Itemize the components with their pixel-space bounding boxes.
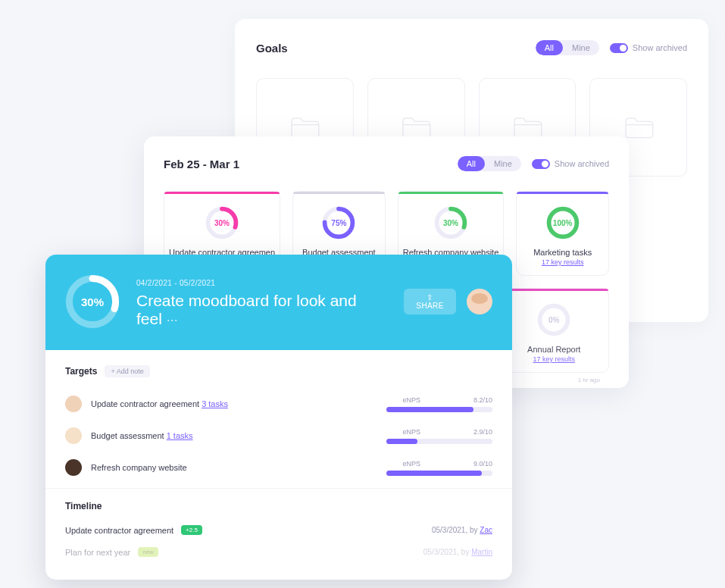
metric-label: eNPS — [402, 460, 420, 468]
target-tasks-link[interactable]: 3 tasks — [202, 399, 228, 408]
show-archived-toggle[interactable]: Show archived — [610, 43, 687, 53]
filter-all[interactable]: All — [536, 40, 563, 55]
timeline-badge: new — [138, 547, 158, 557]
more-icon[interactable]: ··· — [167, 312, 178, 327]
folder-icon — [623, 114, 655, 140]
goal-ring: 75% — [321, 205, 356, 240]
goal-pct: 30% — [205, 205, 239, 240]
goal-pct: 30% — [433, 205, 468, 240]
share-button[interactable]: ⇪ SHARE — [404, 289, 456, 314]
metric-label: eNPS — [402, 396, 420, 404]
show-archived-label: Show archived — [633, 43, 687, 52]
timeline-meta: 05/3/2021, by Zac — [432, 526, 492, 534]
timeline-author-link[interactable]: Martin — [471, 548, 492, 556]
timeline-header: Timeline — [65, 501, 492, 511]
filter-all[interactable]: All — [458, 156, 485, 171]
share-icon: ⇪ — [427, 293, 433, 302]
target-row: Budget assessment 1 tasks eNPS 2.9/10 — [65, 420, 492, 452]
metric-bar — [386, 471, 492, 476]
goal-tile[interactable]: 0% Annual Report 17 key results — [499, 288, 610, 373]
metric-score: 8.2/10 — [473, 396, 492, 404]
goals-title: Goals — [256, 42, 288, 55]
timeline-row: Plan for next year new 05/3/2021, by Mar… — [65, 541, 492, 563]
goal-ring: 30% — [433, 205, 468, 240]
goal-dates: 04/2/2021 - 05/2/2021 — [136, 279, 215, 287]
goal-pct: 100% — [545, 205, 580, 240]
row-timestamp: 1 hr ago — [578, 377, 600, 383]
target-name: Budget assessment 1 tasks — [91, 431, 193, 440]
goal-sub[interactable]: 17 key results — [521, 258, 604, 266]
goal-ring: 0% — [536, 302, 571, 337]
goal-tile[interactable]: 100% Marketing tasks 17 key results — [516, 191, 609, 276]
owner-avatar[interactable] — [467, 289, 492, 314]
timeline-text: Plan for next year — [65, 548, 130, 557]
goal-ring: 100% — [545, 205, 580, 240]
timeline-author-link[interactable]: Zac — [480, 526, 492, 534]
timeline-meta: 05/3/2021, by Martin — [423, 548, 492, 556]
target-tasks-link[interactable]: 1 tasks — [167, 431, 193, 440]
filter-mine[interactable]: Mine — [563, 40, 599, 55]
period-title: Feb 25 - Mar 1 — [164, 158, 239, 170]
goal-name: Marketing tasks — [521, 248, 604, 257]
assignee-avatar[interactable] — [65, 396, 82, 412]
metric-score: 2.9/10 — [473, 428, 492, 436]
show-archived-label: Show archived — [555, 159, 609, 168]
goal-progress-ring: 30% — [65, 274, 120, 329]
show-archived-toggle[interactable]: Show archived — [532, 159, 609, 169]
timeline-row: Update contractor agreement +2.5 05/3/20… — [65, 519, 492, 541]
target-row: Refresh company website eNPS 9.0/10 — [65, 452, 492, 483]
metric-bar — [386, 407, 492, 412]
timeline-badge: +2.5 — [181, 525, 202, 535]
goal-title: Create moodboard for look and feel··· — [136, 292, 387, 328]
target-name: Refresh company website — [91, 463, 187, 472]
period-filter-pill[interactable]: All Mine — [458, 156, 521, 171]
timeline-text: Update contractor agreement — [65, 526, 173, 535]
goal-pct: 75% — [321, 205, 356, 240]
goal-ring: 30% — [205, 205, 239, 240]
goal-progress-pct: 30% — [65, 274, 120, 329]
goal-name: Annual Report — [505, 345, 605, 354]
target-row: Update contractor agreement 3 tasks eNPS… — [65, 388, 492, 420]
goal-detail-panel: 30% 04/2/2021 - 05/2/2021 Create moodboa… — [45, 255, 512, 580]
assignee-avatar[interactable] — [65, 459, 82, 476]
goal-pct: 0% — [536, 302, 571, 337]
metric-score: 9.0/10 — [473, 460, 492, 468]
targets-header: Targets — [65, 366, 97, 377]
goals-filter-pill[interactable]: All Mine — [536, 40, 599, 55]
section-divider — [45, 488, 512, 489]
metric-label: eNPS — [402, 428, 420, 436]
goal-hero: 30% 04/2/2021 - 05/2/2021 Create moodboa… — [45, 255, 512, 350]
add-note-button[interactable]: + Add note — [105, 365, 149, 377]
target-name: Update contractor agreement 3 tasks — [91, 399, 228, 408]
filter-mine[interactable]: Mine — [485, 156, 521, 171]
assignee-avatar[interactable] — [65, 427, 82, 444]
metric-bar — [386, 439, 492, 444]
goal-sub[interactable]: 17 key results — [505, 355, 605, 363]
